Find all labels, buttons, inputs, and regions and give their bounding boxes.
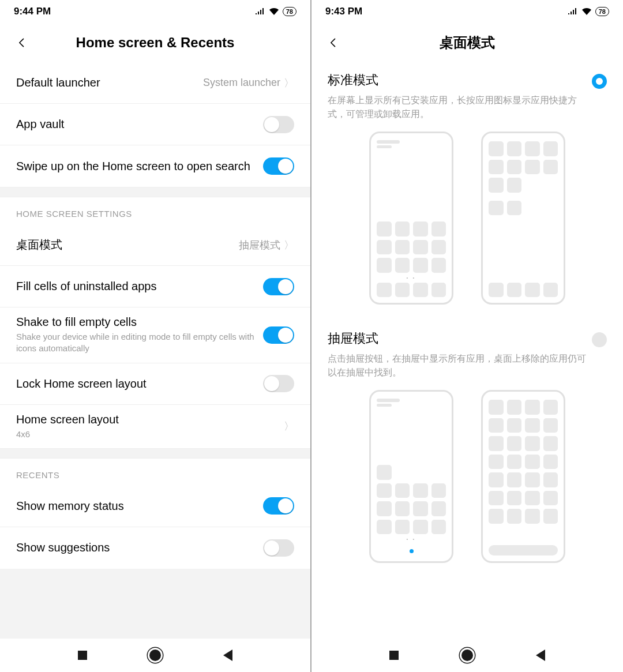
drawer-dot-icon xyxy=(410,549,414,553)
value: System launcher xyxy=(203,77,280,89)
row-screen-layout[interactable]: Home screen layout 4x6 〉 xyxy=(0,405,310,448)
nav-home-icon[interactable] xyxy=(461,649,474,662)
back-icon[interactable] xyxy=(328,37,339,48)
status-icons: 78 xyxy=(255,7,297,16)
nav-back-icon[interactable] xyxy=(222,649,234,662)
nav-home-icon[interactable] xyxy=(149,649,162,662)
row-desktop-mode[interactable]: 桌面模式 抽屉模式 〉 xyxy=(0,224,310,266)
toggle-swipe-search[interactable] xyxy=(263,157,294,175)
label: App vault xyxy=(16,118,263,131)
navbar xyxy=(0,639,310,672)
label: Default launcher xyxy=(16,76,203,89)
toggle-app-vault[interactable] xyxy=(263,116,294,133)
radio-unselected-icon[interactable] xyxy=(592,332,607,347)
page-title: Home screen & Recents xyxy=(76,35,235,51)
content-right: 标准模式 在屏幕上显示所有已安装应用，长按应用图标显示应用快捷方式，可管理或卸载… xyxy=(312,62,623,639)
headerbar: 桌面模式 xyxy=(312,23,623,62)
sublabel: 4x6 xyxy=(16,429,284,440)
section-gap xyxy=(0,187,310,197)
row-lock-layout[interactable]: Lock Home screen layout xyxy=(0,363,310,405)
preview-phone xyxy=(481,132,565,305)
mode-option-standard[interactable]: 标准模式 在屏幕上显示所有已安装应用，长按应用图标显示应用快捷方式，可管理或卸载… xyxy=(312,62,623,321)
wifi-icon xyxy=(581,7,592,16)
wifi-icon xyxy=(269,7,279,16)
preview-row: • • xyxy=(328,380,607,575)
signal-icon xyxy=(255,7,265,16)
row-memory-status[interactable]: Show memory status xyxy=(0,486,310,527)
mode-title: 抽屉模式 xyxy=(328,330,586,347)
row-suggestions[interactable]: Show suggestions xyxy=(0,527,310,569)
section-header-home: HOME SCREEN SETTINGS xyxy=(0,197,310,224)
toggle-shake-fill[interactable] xyxy=(263,326,294,344)
preview-phone xyxy=(481,390,565,563)
label: Home screen layout xyxy=(16,413,284,426)
nav-recents-icon[interactable] xyxy=(388,649,400,662)
preview-row: • • xyxy=(328,121,607,316)
label: Swipe up on the Home screen to open sear… xyxy=(16,160,263,173)
sublabel: Shake your device while in editing mode … xyxy=(16,331,263,355)
headerbar: Home screen & Recents xyxy=(0,23,310,62)
mode-desc: 在屏幕上显示所有已安装应用，长按应用图标显示应用快捷方式，可管理或卸载应用。 xyxy=(328,93,586,121)
row-shake-fill[interactable]: Shake to fill empty cells Shake your dev… xyxy=(0,307,310,363)
toggle-memory[interactable] xyxy=(263,497,294,515)
back-icon[interactable] xyxy=(16,37,28,48)
toggle-suggestions[interactable] xyxy=(263,539,294,557)
phone-left: 9:44 PM 78 Home screen & Recents Default… xyxy=(0,0,312,672)
content-left: Default launcher System launcher 〉 App v… xyxy=(0,62,310,639)
preview-phone: • • xyxy=(369,390,453,563)
nav-recents-icon[interactable] xyxy=(76,649,89,662)
radio-selected-icon[interactable] xyxy=(592,74,607,89)
mode-desc: 点击抽屉按钮，在抽屉中显示所有应用，桌面上移除的应用仍可以在抽屉中找到。 xyxy=(328,352,586,380)
preview-phone: • • xyxy=(369,132,453,305)
chevron-right-icon: 〉 xyxy=(284,76,294,90)
search-pill-icon xyxy=(489,545,558,555)
row-app-vault[interactable]: App vault xyxy=(0,104,310,145)
label: Fill cells of uninstalled apps xyxy=(16,280,263,293)
battery-indicator: 78 xyxy=(595,7,609,16)
label: Show memory status xyxy=(16,500,263,513)
filler xyxy=(0,569,310,639)
row-fill-cells[interactable]: Fill cells of uninstalled apps xyxy=(0,266,310,307)
navbar xyxy=(312,639,623,672)
page-title: 桌面模式 xyxy=(440,33,495,52)
statusbar: 9:44 PM 78 xyxy=(0,0,310,23)
chevron-right-icon: 〉 xyxy=(284,419,294,433)
status-icons: 78 xyxy=(568,7,609,16)
label: Shake to fill empty cells xyxy=(16,316,263,329)
row-default-launcher[interactable]: Default launcher System launcher 〉 xyxy=(0,62,310,104)
label: Show suggestions xyxy=(16,541,263,554)
status-time: 9:43 PM xyxy=(325,6,362,17)
signal-icon xyxy=(568,7,578,16)
mode-title: 标准模式 xyxy=(328,72,586,89)
label: 桌面模式 xyxy=(16,237,239,253)
phone-right: 9:43 PM 78 桌面模式 标准模式 在屏幕上显示所有已安装应用，长按应用图… xyxy=(312,0,623,672)
toggle-lock-layout[interactable] xyxy=(263,375,294,392)
status-time: 9:44 PM xyxy=(14,6,51,17)
value: 抽屉模式 xyxy=(239,238,280,252)
toggle-fill-cells[interactable] xyxy=(263,278,294,295)
chevron-right-icon: 〉 xyxy=(284,238,294,252)
label: Lock Home screen layout xyxy=(16,377,263,391)
section-header-recents: RECENTS xyxy=(0,459,310,486)
battery-indicator: 78 xyxy=(283,7,297,16)
statusbar: 9:43 PM 78 xyxy=(312,0,623,23)
row-swipe-search[interactable]: Swipe up on the Home screen to open sear… xyxy=(0,145,310,187)
nav-back-icon[interactable] xyxy=(534,649,547,662)
mode-option-drawer[interactable]: 抽屉模式 点击抽屉按钮，在抽屉中显示所有应用，桌面上移除的应用仍可以在抽屉中找到… xyxy=(312,321,623,579)
section-gap xyxy=(0,448,310,459)
